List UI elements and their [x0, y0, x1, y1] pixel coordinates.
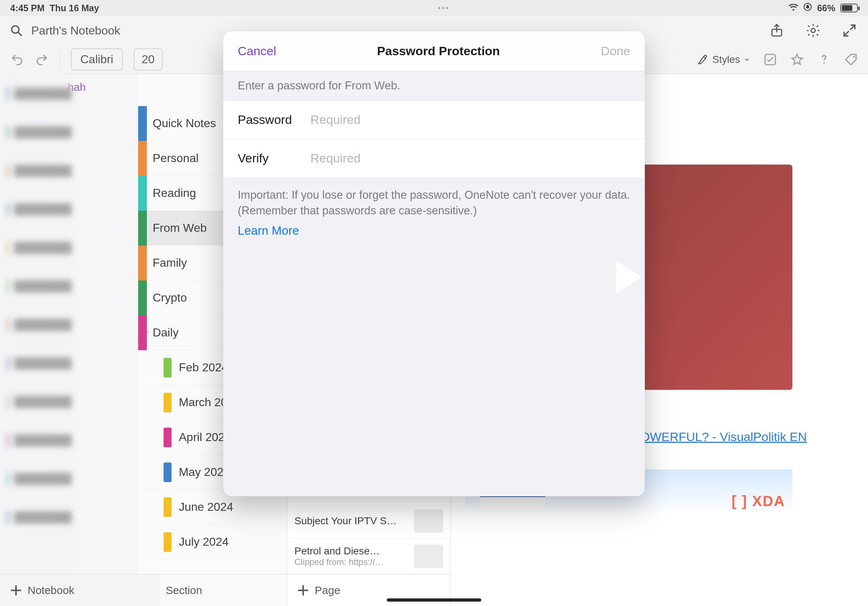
password-protection-modal: Cancel Password Protection Done Enter a … — [223, 31, 645, 496]
password-input[interactable] — [310, 113, 630, 127]
verify-field-row: Verify — [223, 139, 645, 177]
password-label: Password — [238, 113, 299, 127]
verify-input[interactable] — [310, 151, 630, 165]
done-button[interactable]: Done — [601, 44, 630, 58]
password-field-row: Password — [223, 100, 645, 139]
learn-more-link[interactable]: Learn More — [223, 219, 645, 243]
verify-label: Verify — [238, 151, 299, 165]
modal-caption: Enter a password for From Web. — [223, 71, 645, 100]
modal-title: Password Protection — [377, 44, 500, 58]
cancel-button[interactable]: Cancel — [238, 44, 276, 58]
modal-important-text: Important: If you lose or forget the pas… — [223, 177, 645, 219]
